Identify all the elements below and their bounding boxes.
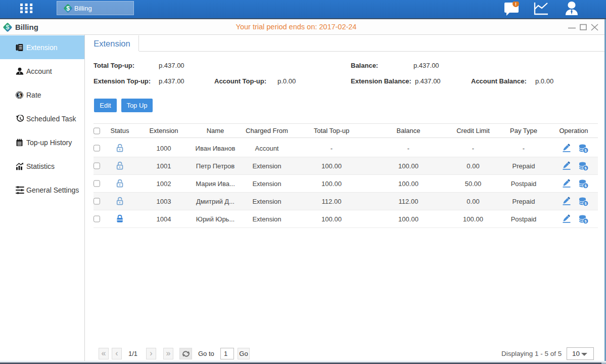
svg-text:!: !: [515, 2, 517, 7]
svg-text:$: $: [18, 92, 21, 98]
svg-text:$: $: [66, 5, 70, 12]
svg-text:$: $: [6, 24, 10, 31]
